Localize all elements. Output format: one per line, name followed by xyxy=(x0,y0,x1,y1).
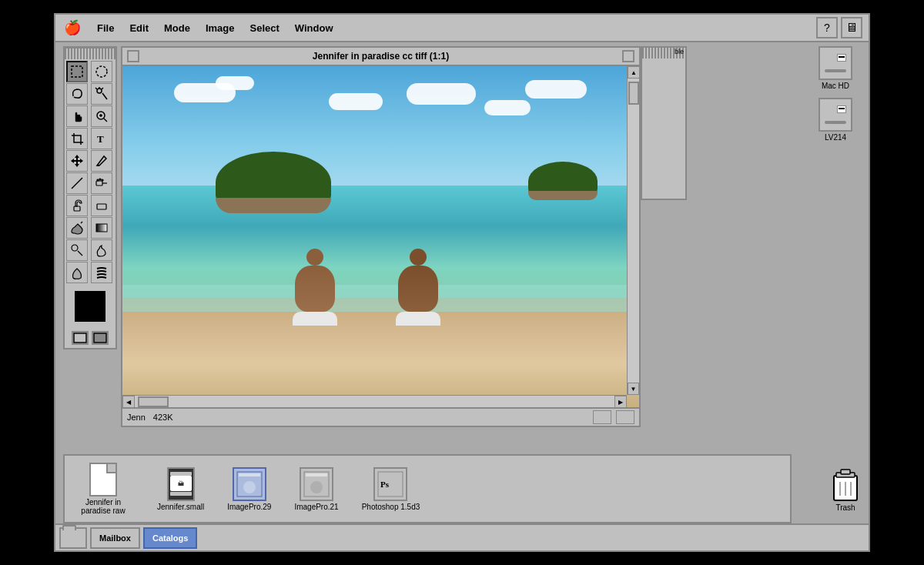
scroll-up-arrow[interactable]: ▲ xyxy=(628,66,639,79)
figure-left xyxy=(288,249,342,326)
menu-window[interactable]: Window xyxy=(287,19,341,37)
file-jennifer-small[interactable]: 🏔 Jennifer.small xyxy=(157,467,204,511)
fullscreen-view-button[interactable] xyxy=(92,331,109,345)
menu-select[interactable]: Select xyxy=(243,19,287,37)
cloud-5 xyxy=(484,100,531,115)
burn-tool[interactable] xyxy=(91,239,112,261)
window-titlebar: Jennifer in paradise cc tiff (1:1) xyxy=(122,48,639,66)
app-imagepro21[interactable]: ImagePro.21 xyxy=(294,467,338,511)
move-tool[interactable] xyxy=(66,150,88,172)
smudge-tool[interactable] xyxy=(91,262,112,283)
horizontal-scrollbar[interactable]: ◀ ▶ xyxy=(122,395,627,407)
cloud-6 xyxy=(525,80,587,99)
side-panel: ble xyxy=(641,46,687,200)
svg-rect-20 xyxy=(74,206,80,211)
disk-icon-machd[interactable]: Mac HD xyxy=(808,46,862,90)
menu-bar: 🍎 File Edit Mode Image Select Window ? 🖥 xyxy=(55,15,869,42)
disk-icon-lv214[interactable]: LV214 xyxy=(808,98,862,142)
foreground-color-swatch[interactable] xyxy=(75,291,105,322)
svg-line-22 xyxy=(81,222,82,223)
app-photoshop[interactable]: Ps Photoshop 1.5d3 xyxy=(362,467,420,511)
menu-edit[interactable]: Edit xyxy=(122,19,156,37)
scroll-thumb-vertical[interactable] xyxy=(628,82,639,105)
statusbar-button-left[interactable] xyxy=(593,410,611,424)
trash-icon[interactable]: Trash xyxy=(829,468,862,512)
gradient-tool[interactable] xyxy=(91,217,112,239)
line-tool[interactable] xyxy=(66,172,88,194)
svg-line-2 xyxy=(102,93,107,99)
svg-line-5 xyxy=(102,88,103,89)
blur-tool[interactable] xyxy=(66,262,88,283)
jennifer-small-label: Jennifer.small xyxy=(157,503,204,511)
menu-mode[interactable]: Mode xyxy=(156,19,198,37)
scroll-down-arrow[interactable]: ▼ xyxy=(628,383,639,395)
zoom-button[interactable] xyxy=(622,50,634,62)
standard-view-button[interactable] xyxy=(72,331,89,345)
machd-slot xyxy=(825,69,846,72)
lv214-label: LV214 xyxy=(823,133,848,142)
film-frame: 🏔 xyxy=(170,476,192,491)
airbrush-tool[interactable] xyxy=(91,172,112,194)
svg-point-1 xyxy=(96,66,107,77)
scroll-left-arrow[interactable]: ◀ xyxy=(122,396,135,407)
image-content-area: ▲ ▼ ◀ ▶ xyxy=(122,66,639,407)
mac-desktop: 🍎 File Edit Mode Image Select Window ? 🖥 xyxy=(54,13,870,552)
help-icon[interactable]: ? xyxy=(816,17,838,38)
menu-image[interactable]: Image xyxy=(198,19,243,37)
trash-label: Trash xyxy=(834,503,856,512)
jennifer-raw-icon xyxy=(89,463,117,496)
svg-line-14 xyxy=(72,178,82,189)
svg-line-6 xyxy=(95,88,97,89)
close-button[interactable] xyxy=(127,50,139,62)
toolbox-titlebar xyxy=(65,48,116,59)
bucket-tool[interactable] xyxy=(66,217,88,239)
taskbar-mailbox-folder[interactable] xyxy=(59,527,87,549)
photoshop-icon: Ps xyxy=(373,467,407,501)
apple-menu[interactable]: 🍎 xyxy=(62,17,83,38)
scroll-right-arrow[interactable]: ▶ xyxy=(614,396,627,407)
toolbox: T xyxy=(63,46,117,349)
film-strip-2 xyxy=(170,492,192,496)
trash-shape xyxy=(829,468,862,502)
bottom-file-area: Jennifer in paradise raw 🏔 Jennifer.smal… xyxy=(63,454,792,523)
svg-text:Ps: Ps xyxy=(380,480,390,489)
type-tool[interactable]: T xyxy=(91,128,112,149)
statusbar-button-right[interactable] xyxy=(616,410,634,424)
svg-text:T: T xyxy=(97,133,104,145)
menu-bar-right: ? 🖥 xyxy=(816,17,862,38)
ellipse-tool[interactable] xyxy=(91,61,112,82)
magic-wand-tool[interactable] xyxy=(91,83,112,105)
menu-file[interactable]: File xyxy=(89,19,122,37)
hand-tool[interactable] xyxy=(66,105,88,127)
machd-icon-shape xyxy=(819,46,852,80)
image-window: Jennifer in paradise cc tiff (1:1) xyxy=(121,46,641,427)
dodge-tool[interactable] xyxy=(66,239,88,261)
imagepro29-icon xyxy=(233,467,266,501)
jennifer-raw-label: Jennifer in paradise raw xyxy=(72,498,134,515)
svg-line-8 xyxy=(104,119,107,122)
rubber-stamp-tool[interactable] xyxy=(66,195,88,216)
taskbar-mailbox[interactable]: Mailbox xyxy=(90,527,140,549)
taskbar-catalogs[interactable]: Catalogs xyxy=(143,527,197,549)
vertical-scrollbar[interactable]: ▲ ▼ xyxy=(627,66,639,395)
app-imagepro29[interactable]: ImagePro.29 xyxy=(227,467,271,511)
zoom-tool[interactable] xyxy=(91,105,112,127)
file-jennifer-raw[interactable]: Jennifer in paradise raw xyxy=(72,463,134,515)
svg-rect-38 xyxy=(306,473,327,476)
shallow-water xyxy=(122,285,639,312)
crop-tool[interactable] xyxy=(66,128,88,149)
island-left xyxy=(216,152,331,213)
svg-point-3 xyxy=(97,89,102,93)
lasso-tool[interactable] xyxy=(66,83,88,105)
marquee-tool[interactable] xyxy=(66,61,88,82)
lv214-slot xyxy=(825,121,846,124)
pencil-tool[interactable] xyxy=(91,150,112,172)
scroll-thumb-horizontal[interactable] xyxy=(138,396,169,407)
monitor-icon[interactable]: 🖥 xyxy=(841,17,862,38)
eraser-tool[interactable] xyxy=(91,195,112,216)
svg-point-17 xyxy=(97,179,99,181)
sand-layer xyxy=(122,298,639,407)
svg-point-24 xyxy=(72,245,78,251)
film-strip-1 xyxy=(170,472,192,476)
figure-right xyxy=(391,249,445,326)
